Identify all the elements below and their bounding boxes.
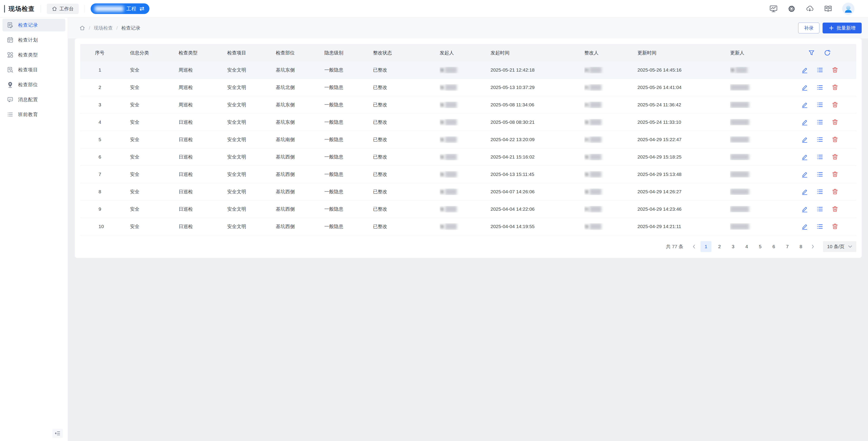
backfill-button[interactable]: 补录 <box>798 23 819 33</box>
delete-icon[interactable] <box>832 136 838 143</box>
edit-icon[interactable] <box>801 154 808 160</box>
edit-icon[interactable] <box>801 206 808 212</box>
delete-icon[interactable] <box>832 223 838 230</box>
detail-list-icon[interactable] <box>816 67 823 73</box>
pagination-total: 共 77 条 <box>666 243 683 250</box>
table-row[interactable]: 1 安全 周巡检 安全文明 基坑东侧 一般隐患 已整改 张 2025-05-21… <box>80 61 856 79</box>
cell-hazard-level: 一般隐患 <box>324 67 373 73</box>
sidebar-item-inspection-project[interactable]: 检查项目 <box>2 63 65 76</box>
delete-icon[interactable] <box>832 84 838 91</box>
cell-initiator: 张 <box>440 189 491 195</box>
delete-icon[interactable] <box>832 101 838 108</box>
table-row[interactable]: 2 安全 周巡检 安全文明 基坑北侧 一般隐患 已整改 张 2025-05-13… <box>80 79 856 96</box>
edit-icon[interactable] <box>801 223 808 230</box>
page-button-3[interactable]: 3 <box>727 241 739 252</box>
page-header: / 现场检查 / 检查记录 补录 批量新增 <box>68 18 868 38</box>
detail-list-icon[interactable] <box>816 101 823 108</box>
breadcrumb-home-icon[interactable] <box>79 25 85 31</box>
detail-list-icon[interactable] <box>816 84 823 91</box>
page-button-6[interactable]: 6 <box>768 241 779 252</box>
project-switcher[interactable]: 工程 <box>91 3 149 14</box>
sidebar-item-inspection-plan[interactable]: 检查计划 <box>2 34 65 46</box>
cell-status: 已整改 <box>373 136 440 143</box>
delete-icon[interactable] <box>832 171 838 178</box>
detail-list-icon[interactable] <box>816 119 823 126</box>
cell-updated-at: 2025-04-29 14:21:11 <box>638 224 730 229</box>
col-header: 整改人 <box>584 50 638 56</box>
page-button-8[interactable]: 8 <box>796 241 806 252</box>
cell-hazard-level: 一般隐患 <box>324 171 373 177</box>
detail-list-icon[interactable] <box>816 154 823 160</box>
cell-category: 安全 <box>130 206 179 212</box>
edit-icon[interactable] <box>801 67 808 73</box>
table-row[interactable]: 8 安全 日巡检 安全文明 基坑西侧 一般隐患 已整改 张 2025-04-07… <box>80 183 856 201</box>
detail-list-icon[interactable] <box>816 136 823 143</box>
table-row[interactable]: 10 安全 日巡检 安全文明 基坑西侧 一般隐患 已整改 张 2025-04-0… <box>80 218 856 235</box>
cell-updater <box>730 84 800 91</box>
col-header: 检查项目 <box>227 50 276 56</box>
sidebar-item-inspection-records[interactable]: 检查记录 <box>2 19 65 31</box>
detail-list-icon[interactable] <box>816 188 823 195</box>
manual-icon[interactable] <box>824 5 832 12</box>
detail-list-icon[interactable] <box>816 171 823 178</box>
cell-rectifier: 刘 <box>584 84 638 91</box>
sidebar-item-inspection-location[interactable]: 检查部位 <box>2 78 65 91</box>
cell-rectifier: 张 <box>584 223 638 230</box>
delete-icon[interactable] <box>832 67 838 73</box>
sidebar-item-inspection-type[interactable]: 检查类型 <box>2 48 65 61</box>
prev-page-button[interactable] <box>690 241 698 252</box>
main-content: / 现场检查 / 检查记录 补录 批量新增 序号 <box>68 18 868 441</box>
table-row[interactable]: 3 安全 周巡检 安全文明 基坑东侧 一般隐患 已整改 张 2025-05-08… <box>80 96 856 113</box>
cloud-download-icon[interactable] <box>806 5 814 12</box>
table-row[interactable]: 7 安全 日巡检 安全文明 基坑西侧 一般隐患 已整改 张 2025-04-13… <box>80 166 856 183</box>
page-button-1[interactable]: 1 <box>701 241 711 252</box>
workbench-button[interactable]: 工作台 <box>47 4 79 14</box>
dashboard-icon[interactable] <box>770 5 778 13</box>
cell-check-type: 周巡检 <box>179 67 227 73</box>
chevron-down-icon <box>848 245 852 248</box>
delete-icon[interactable] <box>832 119 838 126</box>
collapse-sidebar-button[interactable] <box>53 429 63 438</box>
detail-list-icon[interactable] <box>816 206 823 212</box>
settings-icon[interactable] <box>787 5 796 13</box>
cell-item: 安全文明 <box>227 189 276 195</box>
page-button-2[interactable]: 2 <box>714 241 725 252</box>
table-row[interactable]: 5 安全 日巡检 安全文明 基坑南侧 一般隐患 已整改 张 2025-04-22… <box>80 131 856 148</box>
delete-icon[interactable] <box>832 154 838 160</box>
detail-list-icon[interactable] <box>816 223 823 230</box>
cell-category: 安全 <box>130 171 179 177</box>
refresh-icon[interactable] <box>824 49 831 56</box>
table-row[interactable]: 9 安全 日巡检 安全文明 基坑西侧 一般隐患 已整改 张 2025-04-04… <box>80 201 856 218</box>
cell-updated-at: 2025-05-26 14:45:16 <box>638 67 730 73</box>
cell-initiated-at: 2025-04-22 13:20:09 <box>491 137 584 142</box>
sidebar-item-message-config[interactable]: 消息配置 <box>2 93 65 106</box>
edit-icon[interactable] <box>801 101 808 108</box>
page-button-7[interactable]: 7 <box>782 241 793 252</box>
avatar[interactable] <box>842 3 855 15</box>
breadcrumb-parent[interactable]: 现场检查 <box>94 25 113 31</box>
edit-icon[interactable] <box>801 136 808 143</box>
page-button-5[interactable]: 5 <box>755 241 766 252</box>
record-edit-icon <box>7 22 13 29</box>
edit-icon[interactable] <box>801 119 808 126</box>
cell-updater: 张 <box>730 67 800 73</box>
edit-icon[interactable] <box>801 171 808 178</box>
edit-icon[interactable] <box>801 188 808 195</box>
delete-icon[interactable] <box>832 188 838 195</box>
batch-add-button[interactable]: 批量新增 <box>823 23 862 33</box>
cell-updater <box>730 206 800 212</box>
page-size-select[interactable]: 10 条/页 <box>823 241 856 252</box>
next-page-button[interactable] <box>809 241 817 252</box>
edit-icon[interactable] <box>801 84 808 91</box>
cell-updater <box>730 102 800 108</box>
sidebar-item-pre-shift-education[interactable]: 班前教育 <box>2 108 65 121</box>
cell-status: 已整改 <box>373 171 440 177</box>
cell-check-type: 日巡检 <box>179 206 227 212</box>
page-button-4[interactable]: 4 <box>741 241 752 252</box>
table-row[interactable]: 4 安全 日巡检 安全文明 基坑东侧 一般隐患 已整改 张 2025-05-08… <box>80 113 856 131</box>
delete-icon[interactable] <box>832 206 838 212</box>
table-row[interactable]: 6 安全 日巡检 安全文明 基坑西侧 一般隐患 已整改 张 2025-04-21… <box>80 148 856 166</box>
filter-icon[interactable] <box>808 49 815 56</box>
cell-location: 基坑西侧 <box>276 171 324 177</box>
cell-initiated-at: 2025-04-21 15:16:02 <box>491 154 584 160</box>
